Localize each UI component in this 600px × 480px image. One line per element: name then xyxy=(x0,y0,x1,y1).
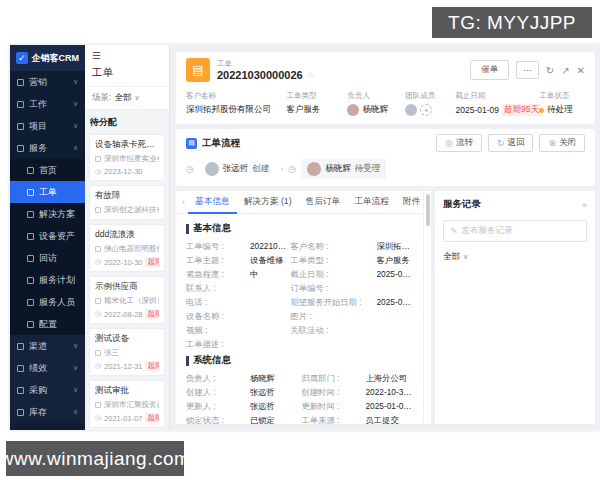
work-order-card[interactable]: ddd流浪浪 佛山电器照明股份有限公司 ◷ 2022-10-30 超期967天 xyxy=(89,224,165,272)
section-basic-info: 基本信息 xyxy=(186,222,413,235)
sidebar-menu-item[interactable]: 项目 ∨ xyxy=(10,115,85,137)
work-order-card[interactable]: 有故障 深圳创之派科技有限公司 ◷ xyxy=(89,185,165,220)
clock-icon: ◷ xyxy=(95,168,101,176)
sidebar-submenu: 首页 工单 解决方案 设备资产 xyxy=(10,159,85,335)
chevron-icon: ∨ xyxy=(73,78,78,86)
field-label: 更新人 : xyxy=(186,401,246,412)
flow-arrow-icon: › xyxy=(280,164,283,174)
sidebar-menu-item[interactable]: 营销 ∨ xyxy=(10,71,85,93)
work-order-cards: 设备轴承卡死以及轴承维修 深圳市恒星实业有限公司 ◷ 2023-12-30 xyxy=(89,134,165,428)
sidebar-menu-item[interactable]: 服务 ∧ xyxy=(10,137,85,159)
tab[interactable]: 售后订单 xyxy=(299,191,348,214)
field-value xyxy=(377,283,414,294)
sidebar-submenu-item[interactable]: 服务计划 xyxy=(10,269,85,291)
work-order-card[interactable]: 测试审批 深圳市汇聚投资咨询有限公司 ◷ 2021-01-07 超期1520天 xyxy=(89,380,165,428)
work-order-date-row: ◷ 2021-01-07 超期1520天 xyxy=(95,413,159,423)
sidebar-submenu-item[interactable]: 首页 xyxy=(10,159,85,181)
work-order-date-row: ◷ 2022-08-28 超期990天 xyxy=(95,309,159,319)
step-clock-icon: ◷ xyxy=(186,164,194,174)
work-order-company-row: 糯米化工（深圳）有限公司 xyxy=(95,296,159,306)
menu-item-label: 项目 xyxy=(29,120,47,133)
collapse-panel-icon[interactable]: » xyxy=(582,200,587,210)
work-order-title: 测试设备 xyxy=(95,333,159,345)
close-icon[interactable]: ✕ xyxy=(577,65,585,76)
submenu-item-label: 配置 xyxy=(39,318,57,331)
overdue-badge: 超期990天 xyxy=(145,309,159,319)
tab[interactable]: 基本信息 xyxy=(188,191,237,214)
submenu-item-icon xyxy=(27,233,34,240)
service-record-filter[interactable]: 全部 ∨ xyxy=(443,251,587,263)
system-info-grid: 负责人 : 杨晓辉 归属部门 : 上海分公司 创建人 : 张远哲 创建时间 : … xyxy=(186,371,413,424)
sidebar-submenu-item[interactable]: 设备资产 xyxy=(10,225,85,247)
scrollbar-thumb[interactable] xyxy=(426,194,430,226)
overdue-badge: 超期95天 xyxy=(502,104,541,116)
submenu-item-icon xyxy=(27,321,34,328)
sidebar-submenu-item[interactable]: 回访 xyxy=(10,247,85,269)
clock-icon: ◷ xyxy=(95,414,101,422)
star-icon[interactable]: ☆ xyxy=(307,70,315,80)
work-order-list[interactable]: 待分配 设备轴承卡死以及轴承维修 深圳市恒星实业有限公司 ◷ 2023-12-3… xyxy=(85,110,169,430)
overdue-badge: 超期1170天 xyxy=(145,361,159,371)
field-value xyxy=(377,325,414,336)
tab[interactable]: 解决方案 (1) xyxy=(237,191,299,214)
sidebar-menu-item[interactable]: 绩效 ∨ xyxy=(10,357,85,379)
return-button[interactable]: ↻退回 xyxy=(488,134,534,152)
more-button[interactable]: ⋯ xyxy=(516,61,539,79)
work-order-title: 设备轴承卡死以及轴承维修 xyxy=(95,139,159,151)
assignee-avatar xyxy=(307,162,321,176)
sidebar-submenu-item[interactable]: 工单 xyxy=(10,181,85,203)
tab[interactable]: 工单流程 xyxy=(347,191,396,214)
service-record-input[interactable]: ✎ 发布服务记录 xyxy=(443,220,587,242)
field-value: 2025-01-09 xyxy=(377,269,414,280)
list-panel-title: 工单 xyxy=(85,63,169,87)
work-order-card[interactable]: 示例供应商 糯米化工（深圳）有限公司 ◷ 2022-08-28 超期990天 xyxy=(89,276,165,324)
sidebar-menu-item[interactable]: 库存 ∨ xyxy=(10,401,85,423)
sidebar-menu-item[interactable]: 工作 ∨ xyxy=(10,93,85,115)
service-panel-title: 服务记录 xyxy=(443,198,481,211)
work-order-card[interactable]: 设备轴承卡死以及轴承维修 深圳市恒星实业有限公司 ◷ 2023-12-30 xyxy=(89,134,165,181)
fullscreen-icon[interactable]: ↗ xyxy=(561,65,569,76)
sidebar-menu-item[interactable]: 渠道 ∨ xyxy=(10,335,85,357)
site-watermark: www.winmajiang.com xyxy=(6,441,184,476)
field-value xyxy=(250,325,287,336)
urge-button[interactable]: 催单 xyxy=(470,60,509,80)
scrollbar[interactable] xyxy=(423,191,431,424)
submenu-item-label: 回访 xyxy=(39,252,57,265)
logo-icon: ✓ xyxy=(16,52,28,64)
refresh-icon[interactable]: ↻ xyxy=(546,65,554,76)
field-label: 紧急程度 : xyxy=(186,269,246,280)
menu-item-label: 服务 xyxy=(29,142,47,155)
add-team-member-button[interactable]: + xyxy=(420,104,432,116)
field-label: 工单状态 xyxy=(539,91,585,101)
work-order-company: 深圳市汇聚投资咨询有限公司 xyxy=(104,400,159,410)
submenu-item-label: 首页 xyxy=(39,164,57,177)
field-label: 客户名称 : xyxy=(291,241,373,252)
field-label: 创建时间 : xyxy=(302,387,362,398)
scene-filter[interactable]: 场景: 全部 ∨ xyxy=(85,87,169,110)
field-row: 紧急程度 : 中 截止日期 : 2025-01-09 xyxy=(186,267,413,281)
sidebar-menu-item[interactable]: 采购 ∨ xyxy=(10,379,85,401)
sidebar-submenu-item[interactable]: 解决方案 xyxy=(10,203,85,225)
transfer-button[interactable]: ◎流转 xyxy=(436,134,482,152)
field-value: 20221030000026 xyxy=(250,241,287,252)
collapse-menu-icon[interactable]: ☰ xyxy=(92,50,101,61)
work-order-card[interactable]: 测试设备 张三 ◷ 2021-12-31 超期1170天 xyxy=(89,328,165,376)
field-label: 订单编号 : xyxy=(291,283,373,294)
clock-icon: ◷ xyxy=(95,258,101,266)
sidebar-submenu-item[interactable]: 服务人员 xyxy=(10,291,85,313)
submenu-item-label: 服务人员 xyxy=(39,296,75,309)
work-order-date-row: ◷ 2021-12-31 超期1170天 xyxy=(95,361,159,371)
sidebar-submenu-item[interactable]: 配置 xyxy=(10,313,85,335)
customer-link[interactable]: 深圳拓邦股份有限公司 xyxy=(186,104,281,116)
field-label: 工单主题 : xyxy=(186,255,246,266)
tabs-scroll-left-icon[interactable]: ‹ xyxy=(179,197,188,207)
flow-step-created: 张远哲 创建 xyxy=(199,159,276,179)
list-group-title: 待分配 xyxy=(90,116,164,129)
sidebar: ✓ 企销客CRM 营销 ∨ 工作 ∨ 项目 xyxy=(10,45,85,430)
status-value: 待处理 xyxy=(547,104,573,116)
menu-item-icon xyxy=(17,79,24,86)
process-flow: ◷ 张远哲 创建 › ◷ 杨晓辉 待受理 xyxy=(186,159,585,179)
submenu-item-icon xyxy=(27,299,34,306)
close-process-button[interactable]: ⊗关闭 xyxy=(539,134,585,152)
team-member-avatar xyxy=(405,104,417,116)
